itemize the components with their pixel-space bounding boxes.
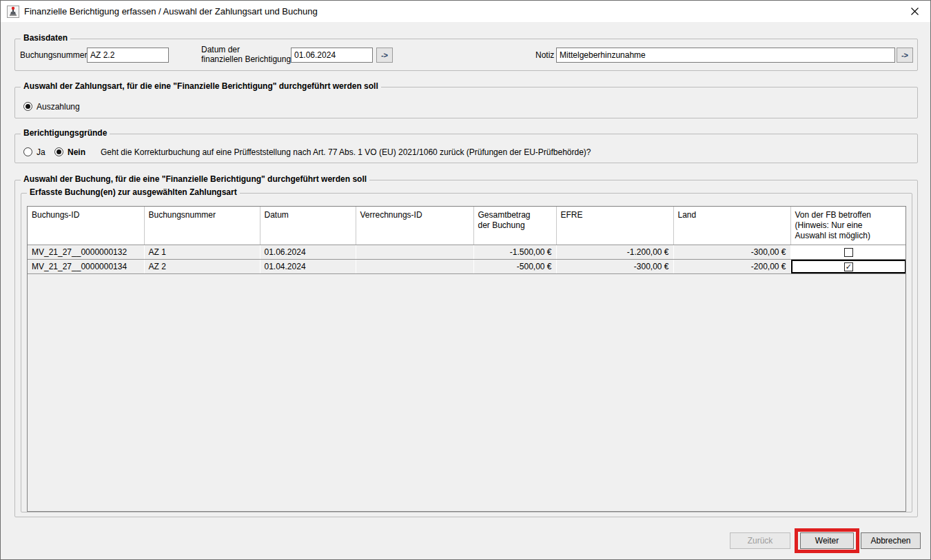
group-basisdaten: Basisdaten Buchungsnummer Datum der fina…: [14, 39, 918, 71]
radio-auszahlung-label: Auszahlung: [37, 102, 80, 112]
col-header-verrechnungs-id: Verrechnungs-ID: [356, 207, 473, 245]
cell-verrechnungs-id[interactable]: [356, 260, 473, 274]
group-zahlungsart-legend: Auswahl der Zahlungsart, für die eine "F…: [21, 81, 381, 91]
cell-datum[interactable]: 01.06.2024: [260, 245, 356, 260]
cell-gesamtbetrag[interactable]: -1.500,00 €: [473, 245, 556, 260]
fb-checkbox-checked[interactable]: ✓: [844, 262, 853, 271]
datum-picker-button[interactable]: ->: [376, 48, 393, 63]
col-header-efre: EFRE: [556, 207, 673, 245]
datum-input[interactable]: [291, 48, 373, 63]
group-buchung: Auswahl der Buchung, für die eine "Finan…: [14, 180, 918, 517]
close-button[interactable]: [899, 1, 930, 22]
col-header-gesamtbetrag: Gesamtbetrag der Buchung: [473, 207, 556, 245]
titlebar: Finanzielle Berichtigung erfassen / Ausw…: [1, 1, 930, 22]
cell-gesamtbetrag[interactable]: -500,00 €: [473, 260, 556, 274]
app-icon: [7, 6, 19, 18]
radio-nein[interactable]: [54, 147, 63, 156]
cell-fb-betroffen: [790, 245, 906, 260]
group-berichtigungsgruende: Berichtigungsgründe Ja Nein Geht die Kor…: [14, 134, 918, 163]
table-header-row: Buchungs-ID Buchungsnummer Datum Verrech…: [28, 207, 906, 245]
col-header-buchungsnummer: Buchungsnummer: [144, 207, 260, 245]
radio-auszahlung[interactable]: [23, 102, 32, 111]
group-basisdaten-legend: Basisdaten: [21, 33, 70, 43]
col-header-land: Land: [673, 207, 790, 245]
cell-datum[interactable]: 01.04.2024: [260, 260, 356, 274]
datum-label: Datum der finanziellen Berichtigung: [201, 45, 291, 64]
buchungsnummer-input[interactable]: [87, 48, 169, 63]
buchungen-table: Buchungs-ID Buchungsnummer Datum Verrech…: [28, 207, 906, 274]
cell-verrechnungs-id[interactable]: [356, 245, 473, 260]
fb-checkbox-unchecked[interactable]: [844, 248, 853, 257]
cell-buchungsnummer[interactable]: AZ 1: [144, 245, 260, 260]
dialog-window: Finanzielle Berichtigung erfassen / Ausw…: [0, 0, 931, 560]
notiz-input[interactable]: [556, 48, 895, 63]
cell-fb-betroffen-focused: ✓: [790, 260, 906, 274]
radio-dot: [25, 104, 30, 109]
cell-land[interactable]: -300,00 €: [673, 245, 790, 260]
buchungen-table-viewport: Buchungs-ID Buchungsnummer Datum Verrech…: [27, 206, 906, 512]
group-erfasste-buchungen-legend: Erfasste Buchung(en) zur ausgewählten Za…: [27, 187, 240, 197]
cell-efre[interactable]: -1.200,00 €: [556, 245, 673, 260]
radio-ja-label: Ja: [37, 147, 45, 157]
window-title: Finanzielle Berichtigung erfassen / Ausw…: [24, 6, 318, 17]
cell-land[interactable]: -200,00 €: [673, 260, 790, 274]
col-header-datum: Datum: [260, 207, 356, 245]
radio-dot: [25, 149, 30, 154]
col-header-fb-betroffen: Von der FB betroffen (Hinweis: Nur eine …: [790, 207, 906, 245]
zurueck-button[interactable]: Zurück: [730, 532, 790, 549]
close-icon: [911, 8, 919, 15]
buchungsnummer-label: Buchungsnummer: [20, 50, 87, 60]
cell-buchungs-id[interactable]: MV_21_27__0000000134: [28, 260, 144, 274]
abbrechen-button[interactable]: Abbrechen: [861, 532, 921, 549]
group-berichtigungsgruende-legend: Berichtigungsgründe: [21, 128, 110, 138]
weiter-button[interactable]: Weiter: [800, 532, 854, 549]
table-row[interactable]: MV_21_27__0000000132 AZ 1 01.06.2024 -1.…: [28, 245, 906, 260]
notiz-expand-button[interactable]: ->: [897, 48, 913, 63]
group-zahlungsart: Auswahl der Zahlungsart, für die eine "F…: [14, 87, 918, 118]
cell-buchungsnummer[interactable]: AZ 2: [144, 260, 260, 274]
radio-dot: [57, 149, 61, 154]
group-erfasste-buchungen: Erfasste Buchung(en) zur ausgewählten Za…: [21, 193, 912, 512]
col-header-buchungs-id: Buchungs-ID: [28, 207, 144, 245]
notiz-label: Notiz: [535, 50, 554, 60]
group-buchung-legend: Auswahl der Buchung, für die eine "Finan…: [21, 174, 369, 184]
cell-efre[interactable]: -300,00 €: [556, 260, 673, 274]
radio-nein-label: Nein: [68, 147, 85, 157]
radio-ja[interactable]: [23, 147, 32, 156]
cell-buchungs-id[interactable]: MV_21_27__0000000132: [28, 245, 144, 260]
berichtigungsgruende-question: Geht die Korrekturbuchung auf eine Prüff…: [101, 147, 591, 157]
table-row[interactable]: MV_21_27__0000000134 AZ 2 01.04.2024 -50…: [28, 260, 906, 274]
